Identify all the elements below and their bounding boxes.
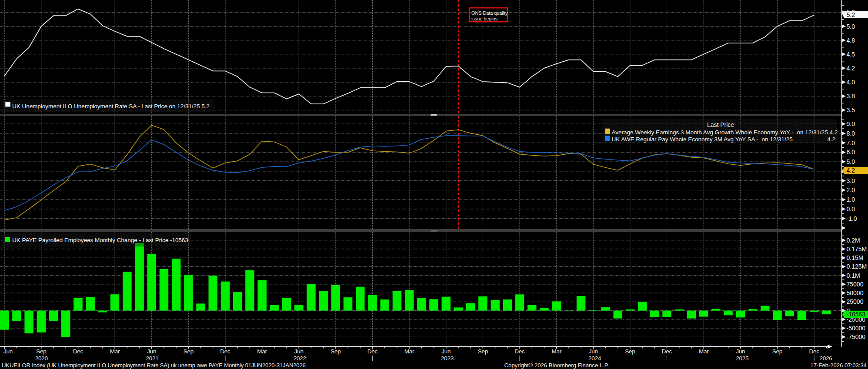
svg-text:Dec: Dec: [220, 348, 230, 355]
svg-text:Jun: Jun: [3, 348, 13, 355]
svg-text:3.8: 3.8: [847, 93, 855, 100]
svg-text:Sep: Sep: [625, 348, 635, 355]
svg-text:25000: 25000: [847, 298, 864, 305]
svg-text:2022: 2022: [294, 355, 306, 362]
svg-text:0.15M: 0.15M: [847, 254, 864, 261]
svg-text:-1.0: -1.0: [847, 215, 857, 222]
svg-text:ONS Data quality: ONS Data quality: [471, 10, 508, 16]
svg-text:Dec: Dec: [367, 348, 378, 355]
svg-text:2025: 2025: [736, 355, 748, 362]
svg-text:5.0: 5.0: [847, 158, 855, 165]
svg-text:0.125M: 0.125M: [847, 263, 867, 270]
svg-text:-10563: -10563: [847, 311, 866, 318]
svg-text:Last Price: Last Price: [707, 121, 734, 128]
svg-text:Sep: Sep: [184, 348, 194, 355]
svg-text:1.0: 1.0: [847, 196, 855, 203]
svg-text:Mar: Mar: [257, 348, 267, 355]
svg-text:2.0: 2.0: [847, 186, 855, 193]
svg-text:8.0: 8.0: [847, 130, 855, 137]
svg-text:0.175M: 0.175M: [847, 246, 867, 253]
svg-text:-50000: -50000: [847, 325, 866, 332]
svg-text:Dec: Dec: [809, 348, 819, 355]
svg-text:4.5: 4.5: [847, 51, 855, 58]
svg-text:Jun: Jun: [589, 348, 598, 355]
svg-text:Mar: Mar: [551, 348, 561, 355]
svg-text:3.5: 3.5: [847, 106, 855, 113]
svg-text:Sep: Sep: [331, 348, 341, 355]
svg-text:Average Weekly Earnings 3 Mont: Average Weekly Earnings 3 Month Avg Grow…: [612, 129, 838, 136]
svg-text:Jun: Jun: [441, 348, 451, 355]
svg-text:2024: 2024: [588, 355, 601, 362]
svg-text:4.2: 4.2: [847, 65, 855, 72]
svg-text:UK PAYE Payrolled Employees Mo: UK PAYE Payrolled Employees Monthly Chan…: [12, 237, 188, 243]
svg-text:-75000: -75000: [847, 333, 866, 340]
svg-text:4.2: 4.2: [847, 167, 855, 174]
svg-text:2023: 2023: [441, 355, 454, 362]
svg-text:50000: 50000: [847, 289, 864, 296]
svg-text:Sep: Sep: [772, 348, 782, 355]
svg-text:issue begins: issue begins: [471, 16, 498, 21]
svg-text:Jun: Jun: [147, 348, 156, 355]
svg-text:5.2: 5.2: [847, 11, 855, 18]
svg-text:Dec: Dec: [73, 348, 83, 355]
svg-text:5.0: 5.0: [847, 23, 855, 30]
svg-text:17-Feb-2026 07:03:34: 17-Feb-2026 07:03:34: [810, 362, 867, 369]
svg-text:0.2M: 0.2M: [847, 237, 860, 244]
svg-text:0.1M: 0.1M: [847, 272, 860, 279]
svg-text:UK Unemployment ILO Unemployme: UK Unemployment ILO Unemployment Rate SA…: [12, 103, 210, 110]
svg-text:Mar: Mar: [404, 348, 414, 355]
svg-text:4.0: 4.0: [847, 79, 855, 86]
svg-text:Copyright© 2026 Bloomberg Fina: Copyright© 2026 Bloomberg Finance L.P.: [504, 362, 609, 369]
svg-text:2020: 2020: [35, 355, 48, 362]
svg-text:4.8: 4.8: [847, 37, 855, 44]
svg-text:Jun: Jun: [736, 348, 745, 355]
svg-text:6.0: 6.0: [847, 149, 855, 156]
svg-text:Mar: Mar: [110, 348, 120, 355]
svg-text:Mar: Mar: [699, 348, 709, 355]
svg-text:2021: 2021: [146, 355, 158, 362]
svg-text:3.0: 3.0: [847, 177, 855, 184]
svg-text:Sep: Sep: [36, 348, 46, 355]
svg-text:Jun: Jun: [294, 348, 304, 355]
svg-text:4.2: 4.2: [827, 136, 835, 143]
svg-text:Dec: Dec: [662, 348, 672, 355]
svg-text:Sep: Sep: [478, 348, 488, 355]
svg-text:2026: 2026: [819, 355, 832, 362]
svg-text:Dec: Dec: [514, 348, 525, 355]
svg-text:0.0: 0.0: [847, 206, 855, 213]
svg-text:9.0: 9.0: [847, 120, 855, 127]
svg-text:7.0: 7.0: [847, 140, 855, 146]
svg-text:UKUEILOR Index (UK Unemploymen: UKUEILOR Index (UK Unemployment ILO Unem…: [2, 362, 306, 369]
svg-text:UK AWE Regular Pay Whole Econo: UK AWE Regular Pay Whole Economy 3M Avg …: [612, 136, 793, 143]
svg-text:75000: 75000: [847, 281, 864, 288]
